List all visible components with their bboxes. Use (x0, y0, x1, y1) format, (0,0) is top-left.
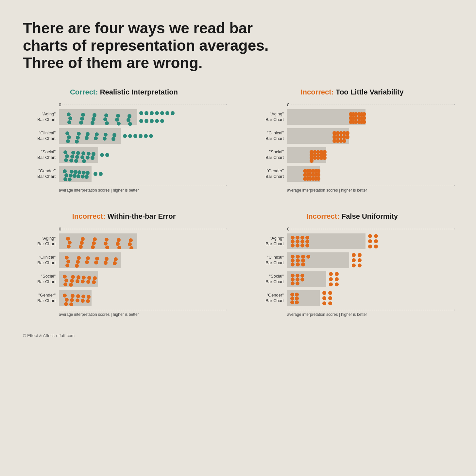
data-dot (75, 155, 79, 159)
data-dot (290, 300, 294, 304)
data-dot (95, 132, 99, 136)
data-dot (77, 132, 81, 136)
chart-row: "Clinical"Bar Chart (59, 252, 225, 268)
data-dot (69, 159, 73, 162)
data-dot (305, 236, 309, 240)
data-dot (105, 257, 109, 261)
data-dot (323, 156, 327, 160)
row-label: "Aging"Bar Chart (23, 236, 56, 247)
data-dot (94, 261, 98, 264)
data-dot (129, 246, 133, 249)
data-dot (114, 257, 118, 261)
data-dot (291, 240, 295, 244)
data-dot (81, 237, 85, 241)
quadrant-title-withinBar: Incorrect: Within-the-bar Error (23, 212, 225, 221)
data-dot (87, 152, 91, 156)
data-dot (68, 116, 72, 120)
data-dot (128, 134, 132, 138)
data-dot (77, 170, 81, 174)
data-dot (91, 121, 94, 125)
data-dot (155, 119, 159, 123)
data-dot (66, 260, 70, 264)
data-dot (105, 246, 109, 249)
data-dot (76, 260, 80, 264)
data-dot (87, 276, 91, 280)
data-dot (291, 255, 295, 259)
data-dot (305, 240, 309, 244)
data-dot (80, 155, 84, 159)
data-dot (92, 241, 96, 245)
data-dot (79, 245, 83, 249)
data-dot (116, 242, 120, 246)
data-dot (86, 156, 90, 160)
data-dot (79, 121, 83, 125)
data-dot (70, 155, 74, 159)
data-dot (316, 169, 320, 173)
data-dot (63, 177, 67, 181)
data-dot (290, 297, 294, 300)
data-dot (86, 280, 90, 284)
data-dot (76, 275, 80, 279)
chart-area-correct: 0"Aging"Bar Chart"Clinical"Bar Chart"Soc… (23, 102, 225, 193)
data-dot (105, 153, 109, 157)
row-label: "Social"Bar Chart (23, 274, 56, 285)
data-dot (71, 275, 75, 279)
data-dot (117, 246, 121, 249)
chart-row: "Gender"Bar Chart (59, 290, 225, 306)
chart-row: "Aging"Bar Chart (59, 109, 225, 125)
data-dot (305, 244, 309, 247)
data-dot (301, 259, 305, 263)
data-dot (362, 120, 366, 124)
axis-caption: average interpretation scores | higher i… (59, 312, 225, 317)
row-label: "Clinical"Bar Chart (251, 130, 284, 142)
data-dot (87, 295, 91, 299)
data-dot (113, 261, 117, 265)
data-dot (374, 239, 378, 243)
data-dot (368, 245, 372, 248)
data-dot (64, 158, 68, 162)
data-dot (76, 279, 79, 283)
data-dot (295, 293, 299, 297)
data-dot (296, 236, 299, 240)
data-dot (128, 122, 132, 126)
data-dot (301, 255, 305, 259)
data-dot (352, 258, 356, 262)
data-dot (65, 154, 69, 158)
chart-row: "Gender"Bar Chart (59, 166, 225, 182)
data-dot (296, 240, 299, 244)
data-dot (74, 159, 78, 163)
chart-row: "Social"Bar Chart (287, 271, 453, 287)
row-label: "Gender"Bar Chart (23, 293, 56, 304)
data-dot (67, 135, 71, 139)
row-label: "Gender"Bar Chart (251, 293, 284, 304)
data-dot (81, 175, 85, 178)
data-dot (358, 264, 362, 267)
data-dot (300, 244, 304, 247)
data-dot (346, 135, 349, 139)
quadrant-tooLittle: Incorrect: Too Little Variability0"Aging… (251, 88, 453, 193)
data-dot (64, 279, 68, 282)
row-label: "Clinical"Bar Chart (23, 130, 56, 142)
data-dot (291, 259, 295, 263)
chart-row: "Gender"Bar Chart (287, 166, 453, 182)
row-label: "Aging"Bar Chart (251, 111, 284, 123)
data-dot (300, 274, 304, 278)
quadrant-correct: Correct: Realistic Interpretation0"Aging… (23, 88, 225, 193)
data-dot (67, 245, 71, 248)
data-dot (104, 113, 108, 117)
data-dot (335, 272, 339, 276)
chart-area-withinBar: 0"Aging"Bar Chart"Clinical"Bar Chart"Soc… (23, 227, 225, 317)
data-dot (63, 169, 67, 173)
data-dot (295, 297, 299, 300)
data-dot (105, 121, 109, 125)
data-dot (144, 134, 148, 138)
footer: © Effect & Affect. effaff.com (23, 333, 453, 338)
data-dot (296, 255, 300, 259)
data-dot (300, 278, 304, 281)
data-dot (291, 278, 295, 281)
data-dot (291, 263, 295, 266)
data-dot (94, 172, 97, 176)
data-dot (150, 111, 154, 115)
data-dot (86, 256, 90, 260)
data-dot (117, 122, 121, 126)
